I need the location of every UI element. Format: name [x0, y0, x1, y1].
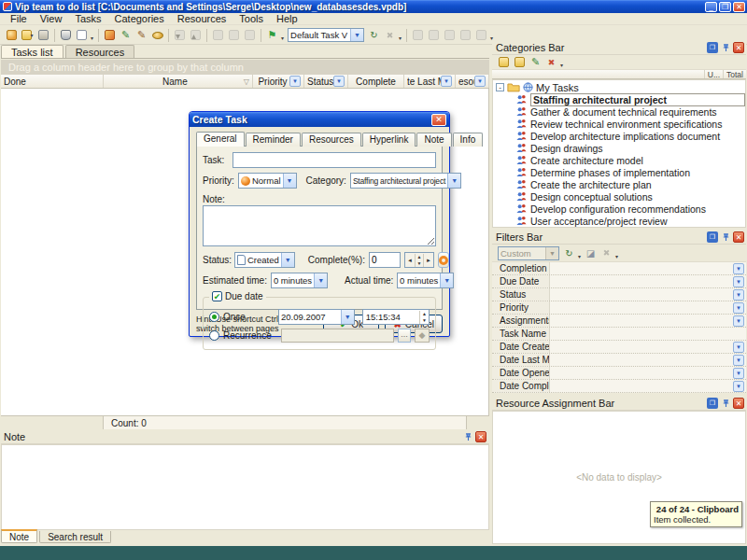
unassign-resource-button[interactable] — [426, 28, 442, 43]
menu-view[interactable]: View — [34, 13, 69, 24]
combo-arrow-icon[interactable]: ▼ — [314, 273, 327, 287]
apply-view-button[interactable]: ↻ — [366, 28, 382, 43]
close-button[interactable]: ✕ — [733, 2, 745, 12]
category-combo[interactable]: Staffing architectural project ▼ — [350, 173, 461, 189]
filter-arrow-icon[interactable]: ▼ — [441, 76, 452, 87]
open-dropdown-arrow[interactable]: ▾ — [30, 32, 33, 38]
recurrence-radio[interactable] — [209, 330, 219, 341]
move-up-button[interactable] — [210, 28, 226, 43]
filter-row[interactable]: Date Completed▼ — [492, 380, 746, 393]
toolbar-overflow[interactable]: ▾ — [281, 35, 284, 41]
dialog-title-bar[interactable]: Create Task ✕ — [190, 112, 449, 127]
clipboard-popup[interactable]: 24 of 24 - Clipboard Item collected. — [650, 501, 742, 527]
filter-dropdown-icon[interactable]: ▼ — [733, 315, 744, 327]
format-brush-button[interactable]: ✎ — [134, 28, 149, 43]
tree-item[interactable]: Develop architecture implications docume… — [493, 130, 745, 142]
column-date-last-modified[interactable]: te Last Modifi▼ — [404, 75, 456, 88]
apply-filter-button[interactable]: ↻ — [561, 245, 577, 260]
filter-row[interactable]: Completion▼ — [492, 262, 746, 275]
add-task-button[interactable] — [102, 28, 118, 43]
column-done[interactable]: Done — [1, 75, 104, 88]
edit-category-button[interactable]: ✎ — [528, 55, 543, 70]
filter-dropdown-icon[interactable]: ▼ — [733, 302, 744, 314]
combo-arrow-icon[interactable]: ▼ — [440, 273, 453, 287]
status-combo[interactable]: Created ▼ — [234, 252, 295, 268]
combo-arrow-icon[interactable]: ▼ — [350, 29, 363, 41]
clear-view-button[interactable]: ✖ — [382, 28, 398, 43]
filter-row[interactable]: Date Last Modifi▼ — [492, 354, 746, 367]
menu-resources[interactable]: Resources — [171, 13, 233, 24]
task-view-button[interactable]: ⚑ — [264, 28, 280, 43]
tree-item[interactable]: Gather & document technical requirements — [493, 105, 745, 118]
note-close-button[interactable]: ✕ — [475, 431, 486, 442]
tab-note[interactable]: Note — [1, 529, 37, 543]
categories-close-button[interactable]: ✕ — [733, 42, 744, 53]
filters-restore-button[interactable]: ❐ — [707, 231, 718, 243]
tree-root-my-tasks[interactable]: - My Tasks — [493, 81, 745, 93]
tab-resources[interactable]: Resources — [65, 45, 135, 58]
tab-tasks-list[interactable]: Tasks list — [1, 45, 63, 58]
filter-arrow-icon[interactable]: ▼ — [333, 76, 345, 87]
menu-file[interactable]: File — [4, 13, 34, 24]
delete-category-button[interactable]: ✖ — [543, 55, 559, 70]
collapse-icon[interactable]: - — [496, 83, 504, 91]
receive-task-button[interactable] — [473, 28, 489, 43]
actual-time-combo[interactable]: 0 minutes ▼ — [397, 273, 454, 288]
complete-spinner[interactable]: ◄ ▲▼ ► — [404, 252, 434, 268]
filter-dropdown-icon[interactable]: ▼ — [733, 263, 744, 274]
filter-dropdown-icon[interactable]: ▼ — [733, 289, 744, 301]
clear-filter-button[interactable]: ◪ — [583, 245, 599, 260]
combo-arrow-icon[interactable]: ▼ — [545, 247, 558, 259]
tree-item[interactable]: Determine phases of implementation — [493, 166, 745, 178]
tree-item[interactable]: Develop configuration recommendations — [493, 203, 745, 215]
tab-general[interactable]: General — [196, 132, 245, 147]
complete-input[interactable] — [369, 252, 401, 268]
tab-note[interactable]: Note — [416, 133, 451, 147]
filter-dropdown-icon[interactable]: ▼ — [733, 381, 744, 392]
due-date-checkbox[interactable]: ✔ — [212, 291, 222, 301]
filters-close-button[interactable]: ✕ — [733, 231, 744, 243]
group-by-bar[interactable]: Drag a column header here to group by th… — [1, 60, 489, 75]
restore-button[interactable]: ❐ — [719, 2, 731, 12]
resource-restore-button[interactable]: ❐ — [707, 398, 718, 409]
resource-assignment-area[interactable]: <No data to display> 24 of 24 - Clipboar… — [492, 411, 746, 544]
filter-dropdown-icon[interactable]: ▼ — [733, 368, 744, 379]
toolbar-overflow[interactable]: ▾ — [399, 35, 402, 41]
due-date-legend[interactable]: ✔ Due date — [209, 291, 266, 301]
combo-arrow-icon[interactable]: ▼ — [283, 174, 296, 188]
column-priority[interactable]: Priority▼ — [253, 75, 304, 88]
view-task-button[interactable] — [149, 28, 165, 43]
open-database-button[interactable]: ▾ — [20, 28, 35, 43]
filter-row[interactable]: Status▼ — [492, 288, 746, 301]
filter-row[interactable]: Priority▼ — [492, 301, 746, 315]
spin-left-icon[interactable]: ◄ — [405, 258, 415, 263]
filter-row[interactable]: Assignments▼ — [492, 315, 746, 328]
tab-hyperlink[interactable]: Hyperlink — [362, 133, 416, 147]
once-radio[interactable] — [209, 312, 219, 322]
spin-up-icon[interactable]: ▲ — [420, 311, 429, 317]
task-input[interactable] — [233, 152, 436, 168]
tab-reminder[interactable]: Reminder — [246, 133, 301, 147]
task-view-combo[interactable]: Default Task V ▼ — [288, 28, 364, 42]
toolbar-overflow[interactable]: ▾ — [578, 253, 581, 259]
menu-help[interactable]: Help — [270, 13, 304, 24]
column-total[interactable]: Total — [723, 70, 746, 78]
complete-task-button[interactable]: ▾ — [172, 28, 188, 43]
tab-resources[interactable]: Resources — [302, 133, 361, 147]
tab-info[interactable]: Info — [453, 133, 484, 147]
dialog-close-button[interactable]: ✕ — [431, 114, 446, 126]
uncomplete-task-button[interactable]: ▴ — [188, 28, 204, 43]
resource-pin-button[interactable] — [720, 398, 731, 409]
menu-tools[interactable]: Tools — [233, 13, 270, 24]
filter-arrow-icon[interactable]: ▼ — [474, 76, 486, 87]
combo-arrow-icon[interactable]: ▼ — [447, 174, 460, 188]
filter-arrow-icon[interactable]: ▼ — [289, 76, 301, 87]
title-bar[interactable]: Vip team to do list [C:\Documents and Se… — [0, 0, 747, 13]
refresh-list-button[interactable] — [242, 28, 258, 43]
filter-preset-combo[interactable]: Custom ▼ — [498, 246, 559, 260]
column-resource[interactable]: esource▼ — [456, 75, 489, 88]
column-status[interactable]: Status▼ — [304, 75, 348, 88]
tree-item[interactable]: Review technical environment specificati… — [493, 118, 745, 130]
tree-item[interactable]: Create the architecture plan — [493, 178, 745, 190]
toolbar-overflow[interactable]: ▾ — [615, 253, 618, 259]
